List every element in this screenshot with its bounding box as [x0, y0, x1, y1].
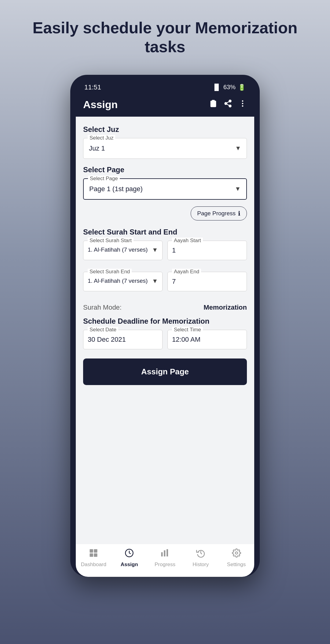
dashboard-icon	[89, 548, 98, 560]
select-page-field[interactable]: Select Page Page 1 (1st page) ▼	[83, 178, 247, 200]
surah-start-arrow: ▼	[152, 246, 158, 253]
nav-dashboard-label: Dashboard	[81, 562, 106, 568]
svg-rect-17	[164, 550, 165, 556]
status-bar: 11:51 ▐▌ 63% 🔋	[76, 80, 254, 94]
date-field[interactable]: Select Date 30 Dec 2021	[83, 330, 163, 349]
select-page-float-label: Select Page	[88, 176, 120, 182]
svg-point-19	[235, 552, 238, 554]
nav-progress-label: Progress	[155, 562, 175, 568]
share-icon[interactable]	[224, 99, 232, 110]
page-progress-label: Page Progress	[197, 210, 236, 217]
status-right: ▐▌ 63% 🔋	[212, 84, 246, 91]
info-icon: ℹ	[238, 210, 240, 217]
svg-rect-16	[161, 552, 163, 556]
surah-start-row: Select Surah Start 1. Al-Fatihah (7 vers…	[83, 241, 247, 267]
time-float-label: Select Time	[172, 327, 203, 333]
page-progress-button[interactable]: Page Progress ℹ	[191, 206, 247, 220]
svg-rect-14	[94, 553, 97, 557]
select-page-value: Page 1 (1st page)	[89, 185, 143, 193]
surah-end-field[interactable]: Select Surah End 1. Al-Fatihah (7 verses…	[83, 272, 163, 291]
svg-rect-18	[167, 549, 168, 556]
time-field[interactable]: Select Time 12:00 AM	[167, 330, 247, 349]
more-vertical-icon[interactable]	[238, 99, 247, 110]
date-value: 30 Dec 2021	[88, 336, 126, 344]
history-icon	[196, 548, 205, 560]
surah-start-value: 1. Al-Fatihah (7 verses)	[88, 246, 148, 253]
svg-rect-13	[90, 553, 93, 557]
page-dropdown-arrow: ▼	[235, 185, 241, 192]
select-juz-label: Select Juz	[83, 125, 247, 134]
schedule-label: Schedule Deadline for Memorization	[83, 317, 247, 326]
svg-point-10	[242, 105, 244, 107]
aayah-start-value: 1	[172, 246, 176, 254]
nav-progress[interactable]: Progress	[151, 548, 179, 568]
date-input[interactable]: 30 Dec 2021	[83, 330, 162, 349]
svg-point-9	[242, 103, 244, 104]
bottom-nav: Dashboard Assign Progress	[76, 544, 254, 577]
juz-dropdown-arrow: ▼	[235, 145, 241, 152]
assign-icon	[125, 548, 134, 560]
signal-icon: ▐▌	[212, 84, 221, 91]
select-juz-value: Juz 1	[89, 144, 105, 152]
phone-shell: 11:51 ▐▌ 63% 🔋 Assign	[70, 75, 260, 577]
svg-rect-12	[94, 549, 97, 552]
aayah-end-input[interactable]: 7	[168, 272, 247, 291]
aayah-end-field[interactable]: Aayah End 7	[167, 272, 247, 291]
app-title: Assign	[83, 99, 118, 111]
nav-dashboard[interactable]: Dashboard	[80, 548, 107, 568]
nav-history[interactable]: History	[187, 548, 215, 568]
app-header: Assign	[76, 94, 254, 117]
progress-icon	[160, 548, 170, 560]
select-surah-label: Select Surah Start and End	[83, 228, 247, 236]
svg-point-8	[242, 100, 244, 102]
nav-settings[interactable]: Settings	[223, 548, 250, 568]
nav-assign[interactable]: Assign	[116, 548, 143, 568]
surah-mode-label: Surah Mode:	[83, 304, 204, 311]
nav-history-label: History	[193, 562, 209, 568]
nav-settings-label: Settings	[227, 562, 246, 568]
date-float-label: Select Date	[88, 327, 118, 333]
svg-line-6	[227, 104, 229, 106]
surah-start-float-label: Select Surah Start	[88, 238, 134, 244]
assign-page-button[interactable]: Assign Page	[83, 358, 247, 385]
page-headline: Easily schedule your Memorization tasks	[0, 18, 330, 75]
select-page-label: Select Page	[83, 166, 247, 174]
surah-end-float-label: Select Surah End	[88, 269, 132, 275]
time-value: 12:00 AM	[172, 336, 200, 344]
nav-assign-label: Assign	[121, 562, 138, 568]
settings-icon	[232, 548, 241, 560]
svg-point-3	[229, 100, 231, 102]
svg-point-4	[225, 102, 227, 104]
select-juz-dropdown[interactable]: Juz 1 ▼	[83, 138, 247, 158]
svg-point-5	[229, 105, 231, 107]
aayah-end-value: 7	[172, 278, 176, 286]
surah-end-value: 1. Al-Fatihah (7 verses)	[88, 278, 148, 284]
select-juz-float-label: Select Juz	[88, 135, 115, 141]
status-time: 11:51	[84, 83, 101, 91]
aayah-start-float-label: Aayah Start	[172, 238, 203, 244]
aayah-start-field[interactable]: Aayah Start 1	[167, 241, 247, 260]
time-input[interactable]: 12:00 AM	[168, 330, 247, 349]
svg-rect-0	[212, 100, 215, 101]
aayah-end-float-label: Aayah End	[172, 269, 201, 275]
svg-line-7	[227, 101, 229, 103]
surah-end-row: Select Surah End 1. Al-Fatihah (7 verses…	[83, 272, 247, 298]
aayah-start-input[interactable]: 1	[168, 241, 247, 260]
app-content: Select Juz Select Juz Juz 1 ▼ Select Pag…	[76, 117, 254, 544]
surah-start-field[interactable]: Select Surah Start 1. Al-Fatihah (7 vers…	[83, 241, 163, 260]
select-juz-field[interactable]: Select Juz Juz 1 ▼	[83, 138, 247, 159]
surah-mode-value: Memorization	[204, 304, 247, 311]
battery-text: 63%	[223, 84, 236, 91]
header-icons	[209, 99, 247, 110]
svg-rect-11	[90, 549, 93, 552]
select-page-dropdown[interactable]: Page 1 (1st page) ▼	[84, 179, 246, 199]
clipboard-icon[interactable]	[209, 99, 218, 110]
battery-icon: 🔋	[238, 84, 246, 91]
surah-end-arrow: ▼	[152, 278, 158, 285]
schedule-row: Select Date 30 Dec 2021 Select Time 12:0…	[83, 330, 247, 356]
surah-mode-row: Surah Mode: Memorization	[83, 298, 247, 317]
